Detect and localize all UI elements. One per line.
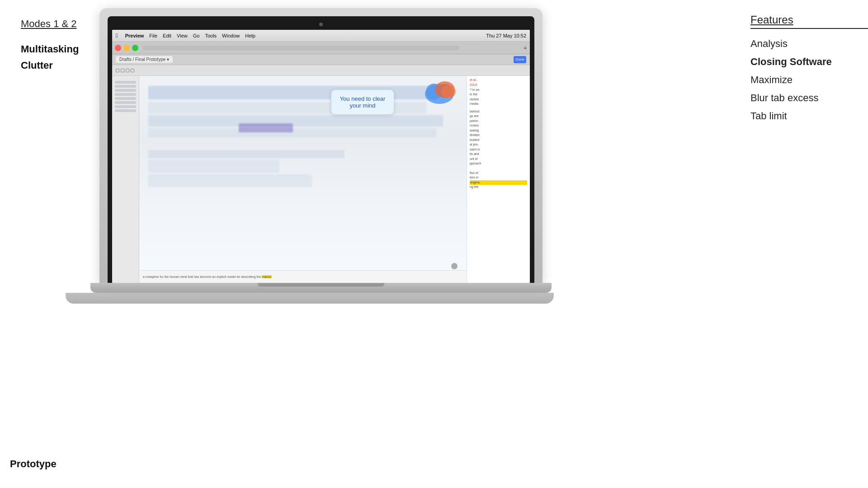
zoom-icon[interactable] [131, 69, 134, 72]
scroll-indicator [451, 263, 458, 269]
highlighted-text: nature [262, 275, 272, 278]
left-panel-item [115, 101, 136, 104]
document-text: et al., 2013; ? In an in the racted. med… [470, 78, 527, 190]
left-panel-item [115, 93, 136, 96]
laptop-body:  Preview File Edit View Go Tools Window… [99, 8, 542, 283]
left-panel [112, 76, 139, 283]
purple-accent-block [239, 123, 293, 132]
camera-dot [319, 23, 323, 26]
menu-window[interactable]: Window [222, 33, 240, 38]
tab-bar: Drafts / Final Prototype ▾ Done [112, 54, 530, 65]
laptop-base [90, 283, 552, 293]
right-sidebar-item-closing-software[interactable]: Closing Software [750, 56, 868, 68]
laptop-bottom-edge [66, 293, 554, 304]
right-sidebar-item-blur-tab-excess[interactable]: Blur tab excess [750, 92, 868, 104]
done-button[interactable]: Done [514, 56, 526, 63]
tooltip-text: You need to clear your mind [340, 95, 386, 109]
toolbar: + [112, 42, 530, 54]
add-tab-button[interactable]: + [524, 44, 527, 52]
apple-logo-icon:  [116, 32, 118, 39]
menu-go[interactable]: Go [193, 33, 200, 38]
tooltip-bubble: You need to clear your mind [331, 89, 394, 115]
center-content: You need to clear your mind [139, 76, 467, 283]
menu-view[interactable]: View [177, 33, 188, 38]
right-sidebar: Features Analysis Closing Software Maxim… [750, 14, 868, 128]
left-panel-item [115, 85, 136, 88]
menu-help[interactable]: Help [245, 33, 255, 38]
tab-label[interactable]: Drafts / Final Prototype ▾ [116, 56, 173, 63]
menu-preview[interactable]: Preview [125, 33, 144, 38]
secondary-toolbar [112, 65, 530, 76]
share-icon[interactable] [126, 69, 129, 72]
screen-bezel:  Preview File Edit View Go Tools Window… [108, 16, 534, 283]
menu-bar-right: Thu 27 May 10:52 [486, 33, 526, 38]
laptop-hinge [258, 283, 384, 286]
right-document-panel: et al., 2013; ? In an in the racted. med… [467, 76, 530, 283]
left-panel-item [115, 81, 136, 84]
right-sidebar-title: Features [750, 14, 868, 29]
svg-point-4 [441, 85, 456, 98]
menu-file[interactable]: File [149, 33, 157, 38]
left-panel-item [115, 105, 136, 108]
cloud-icon-area [421, 76, 467, 112]
right-sidebar-item-tab-limit[interactable]: Tab limit [750, 110, 868, 122]
menu-time: Thu 27 May 10:52 [486, 33, 526, 38]
content-blur [139, 76, 467, 283]
cloud-icon [421, 76, 458, 108]
main-content: You need to clear your mind [112, 76, 530, 283]
menu-bar:  Preview File Edit View Go Tools Window… [112, 30, 530, 42]
left-panel-item [115, 97, 136, 100]
minimize-window-button[interactable] [123, 45, 130, 51]
bottom-bar-text: a metaphor for the human mind that has b… [143, 275, 272, 278]
screen:  Preview File Edit View Go Tools Window… [112, 30, 530, 283]
right-sidebar-item-analysis[interactable]: Analysis [750, 38, 868, 50]
bottom-text-bar: a metaphor for the human mind that has b… [139, 270, 467, 283]
right-sidebar-item-maximize[interactable]: Maximize [750, 74, 868, 86]
left-panel-item [115, 89, 136, 92]
left-panel-item [115, 109, 136, 112]
nav-forward-icon[interactable] [121, 69, 124, 72]
nav-back-icon[interactable] [116, 69, 119, 72]
laptop-container:  Preview File Edit View Go Tools Window… [90, 0, 552, 488]
menu-tools[interactable]: Tools [205, 33, 217, 38]
close-window-button[interactable] [115, 45, 121, 51]
bottom-left-prototype: Prototype [10, 458, 57, 470]
maximize-window-button[interactable] [132, 45, 138, 51]
menu-edit[interactable]: Edit [163, 33, 171, 38]
